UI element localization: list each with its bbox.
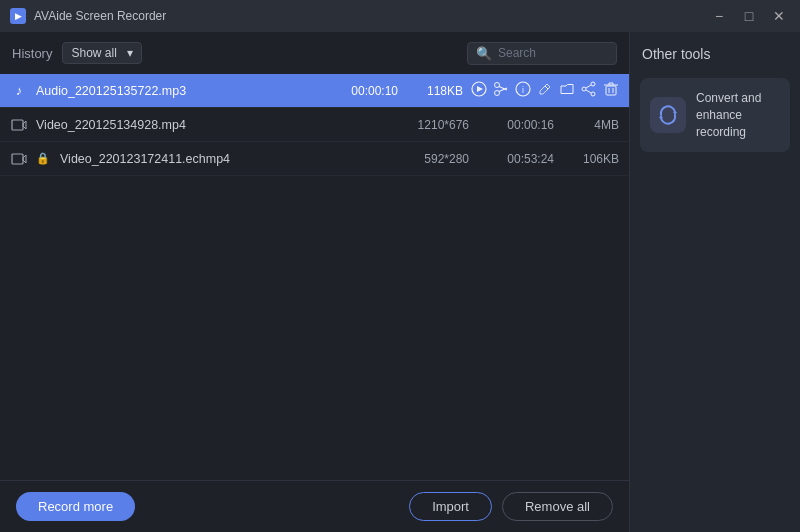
file-duration: 00:00:16 xyxy=(489,118,554,132)
video-icon xyxy=(10,116,28,134)
close-button[interactable]: ✕ xyxy=(768,5,790,27)
convert-enhance-tool[interactable]: Convert and enhance recording xyxy=(640,78,790,152)
tool-label: Convert and enhance recording xyxy=(696,90,780,140)
svg-point-11 xyxy=(582,87,586,91)
title-bar-left: ▶ AVAide Screen Recorder xyxy=(10,8,166,24)
history-dropdown[interactable]: Show all ▾ xyxy=(62,42,142,64)
toolbar: History Show all ▾ 🔍 xyxy=(0,32,629,74)
svg-point-10 xyxy=(591,92,595,96)
file-name: Video_220125134928.mp4 xyxy=(36,118,391,132)
info-icon[interactable]: i xyxy=(515,81,531,100)
file-name: Video_220123172411.echmp4 xyxy=(60,152,391,166)
title-bar-controls: − □ ✕ xyxy=(708,5,790,27)
share-icon[interactable] xyxy=(581,81,597,100)
file-size: 106KB xyxy=(574,152,619,166)
record-more-button[interactable]: Record more xyxy=(16,492,135,521)
svg-marker-1 xyxy=(477,86,483,92)
import-button[interactable]: Import xyxy=(409,492,492,521)
file-list: ♪ Audio_220125135722.mp3 00:00:10 118KB … xyxy=(0,74,629,480)
svg-marker-23 xyxy=(673,112,677,115)
search-icon: 🔍 xyxy=(476,46,492,61)
minimize-button[interactable]: − xyxy=(708,5,730,27)
svg-line-13 xyxy=(586,90,591,93)
maximize-button[interactable]: □ xyxy=(738,5,760,27)
action-icons: i xyxy=(471,81,619,100)
file-name: Audio_220125135722.mp3 xyxy=(36,84,235,98)
video-icon xyxy=(10,150,28,168)
convert-icon xyxy=(650,97,686,133)
trim-icon[interactable] xyxy=(493,81,509,100)
file-duration: 00:00:10 xyxy=(333,84,398,98)
file-size: 4MB xyxy=(574,118,619,132)
audio-icon: ♪ xyxy=(10,82,28,100)
svg-line-8 xyxy=(545,86,548,89)
svg-line-12 xyxy=(586,85,591,88)
svg-rect-14 xyxy=(606,86,616,95)
svg-rect-20 xyxy=(12,154,23,164)
search-input[interactable] xyxy=(498,46,608,60)
folder-icon[interactable] xyxy=(559,81,575,100)
svg-marker-22 xyxy=(659,115,663,118)
app-title: AVAide Screen Recorder xyxy=(34,9,166,23)
svg-point-9 xyxy=(591,82,595,86)
svg-rect-18 xyxy=(12,120,23,130)
bottom-bar: Record more Import Remove all xyxy=(0,480,629,532)
file-resolution: 1210*676 xyxy=(399,118,469,132)
table-row[interactable]: Video_220125134928.mp4 1210*676 00:00:16… xyxy=(0,108,629,142)
table-row[interactable]: ♪ Audio_220125135722.mp3 00:00:10 118KB … xyxy=(0,74,629,108)
app-icon: ▶ xyxy=(10,8,26,24)
file-duration: 00:53:24 xyxy=(489,152,554,166)
delete-icon[interactable] xyxy=(603,81,619,100)
svg-point-3 xyxy=(495,91,500,96)
lock-icon: 🔒 xyxy=(36,152,50,165)
play-icon[interactable] xyxy=(471,81,487,100)
table-row[interactable]: 🔒 Video_220123172411.echmp4 592*280 00:5… xyxy=(0,142,629,176)
file-size: 118KB xyxy=(418,84,463,98)
left-panel: History Show all ▾ 🔍 ♪ Audio_22012513572… xyxy=(0,32,630,532)
search-box: 🔍 xyxy=(467,42,617,65)
svg-text:i: i xyxy=(522,85,524,95)
history-label: History xyxy=(12,46,52,61)
remove-all-button[interactable]: Remove all xyxy=(502,492,613,521)
history-value: Show all xyxy=(71,46,116,60)
file-resolution: 592*280 xyxy=(399,152,469,166)
svg-point-2 xyxy=(495,83,500,88)
right-panel: Other tools Convert and enhance recordin… xyxy=(630,32,800,532)
chevron-down-icon: ▾ xyxy=(127,46,133,60)
other-tools-title: Other tools xyxy=(640,46,790,62)
main-layout: History Show all ▾ 🔍 ♪ Audio_22012513572… xyxy=(0,32,800,532)
edit-icon[interactable] xyxy=(537,81,553,100)
title-bar: ▶ AVAide Screen Recorder − □ ✕ xyxy=(0,0,800,32)
